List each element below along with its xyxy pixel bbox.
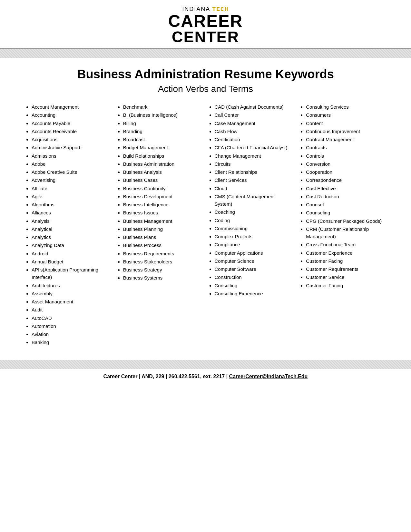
list-item: Audit <box>32 306 111 313</box>
list-item: Coding <box>215 217 294 224</box>
list-item: Consulting Experience <box>215 290 294 297</box>
keyword-column-4: Consulting ServicesConsumersContentConti… <box>300 103 385 347</box>
list-item: Accounting <box>32 111 111 119</box>
footer: Career Center | AND, 229 | 260.422.5561,… <box>0 369 411 384</box>
list-item: Adobe <box>32 160 111 168</box>
list-item: Circuits <box>215 160 294 168</box>
list-item: CMS (Content Management System) <box>215 193 294 208</box>
list-item: Acquisitions <box>32 136 111 143</box>
list-item: Correspondence <box>306 176 385 184</box>
list-item: Budget Management <box>123 144 202 151</box>
footer-text: Career Center | AND, 229 | 260.422.5561,… <box>103 374 308 379</box>
list-item: Computer Software <box>215 265 294 273</box>
list-item: Business Development <box>123 193 202 200</box>
keyword-column-3: CAD (Cash Against Documents)Call CenterC… <box>209 103 294 347</box>
page-header: INDIANA TECH CAREER CENTER <box>0 0 411 49</box>
list-item: Banking <box>32 339 111 346</box>
list-item: Certification <box>215 136 294 143</box>
list-item: Algorithms <box>32 201 111 208</box>
list-item: Customer-Facing <box>306 282 385 289</box>
list-item: CAD (Cash Against Documents) <box>215 103 294 111</box>
list-item: Analysis <box>32 217 111 225</box>
list-item: Cost Effective <box>306 185 385 192</box>
list-item: Computer Science <box>215 257 294 265</box>
keyword-column-1: Account ManagementAccountingAccounts Pay… <box>26 103 111 347</box>
list-item: Business Strategy <box>123 266 202 273</box>
list-item: Billing <box>123 120 202 127</box>
list-item: CFA (Chartered Financial Analyst) <box>215 144 294 151</box>
list-item: Architectures <box>32 282 111 289</box>
list-item: Commissioning <box>215 225 294 232</box>
list-item: Compliance <box>215 241 294 248</box>
keyword-column-2: BenchmarkBI (Business Intelligence)Billi… <box>117 103 202 347</box>
list-item: Customer Service <box>306 273 385 281</box>
list-item: Business Management <box>123 217 202 225</box>
list-item: Cross-Functional Team <box>306 241 385 248</box>
list-item: Complex Projects <box>215 233 294 240</box>
list-item: Benchmark <box>123 103 202 111</box>
career-label: CAREER <box>0 13 411 29</box>
list-item: API's(Application Programming Interface) <box>32 266 111 281</box>
page-title: Business Administration Resume Keywords <box>19 67 392 81</box>
list-item: BI (Business Intelligence) <box>123 111 202 119</box>
list-item: Customer Facing <box>306 257 385 265</box>
list-item: Counsel <box>306 201 385 208</box>
list-item: Construction <box>215 273 294 281</box>
list-item: Cooperation <box>306 168 385 176</box>
list-item: AutoCAD <box>32 314 111 322</box>
center-label: CENTER <box>0 29 411 45</box>
list-item: Customer Requirements <box>306 265 385 273</box>
list-item: Business Intelligence <box>123 201 202 208</box>
list-item: Branding <box>123 128 202 135</box>
list-item: Business Systems <box>123 274 202 281</box>
list-item: Business Planning <box>123 225 202 233</box>
list-item: Analyzing Data <box>32 241 111 249</box>
list-item: Business Process <box>123 241 202 249</box>
list-item: Contracts <box>306 144 385 151</box>
list-item: Administrative Support <box>32 144 111 151</box>
list-item: Contract Management <box>306 136 385 143</box>
list-item: Case Management <box>215 120 294 127</box>
keywords-grid: Account ManagementAccountingAccounts Pay… <box>19 103 392 347</box>
list-item: Counseling <box>306 209 385 216</box>
list-item: Advertising <box>32 176 111 184</box>
list-item: Consulting Services <box>306 103 385 111</box>
list-item: Business Continuity <box>123 185 202 192</box>
list-item: Admissions <box>32 152 111 160</box>
list-item: Client Services <box>215 176 294 184</box>
list-item: Business Cases <box>123 176 202 184</box>
list-item: Aviation <box>32 330 111 338</box>
footer-email-link[interactable]: CareerCenter@IndianaTech.Edu <box>229 374 308 379</box>
list-item: Cost Reduction <box>306 193 385 200</box>
indiana-text: INDIANA <box>182 6 210 12</box>
section-subtitle: Action Verbs and Terms <box>19 84 392 94</box>
list-item: Build Relationships <box>123 152 202 160</box>
list-item: Broadcast <box>123 136 202 143</box>
list-item: Cash Flow <box>215 128 294 135</box>
list-item: Asset Management <box>32 298 111 305</box>
list-item: Coaching <box>215 208 294 216</box>
list-item: Change Management <box>215 152 294 160</box>
deco-band-top <box>0 49 411 58</box>
list-item: Call Center <box>215 111 294 119</box>
list-item: Account Management <box>32 103 111 111</box>
list-item: Conversion <box>306 160 385 168</box>
list-item: Business Stakeholders <box>123 258 202 265</box>
list-item: Android <box>32 250 111 257</box>
list-item: Assembly <box>32 290 111 297</box>
list-item: Business Analysis <box>123 168 202 176</box>
main-content: Business Administration Resume Keywords … <box>0 58 411 353</box>
deco-band-bottom <box>0 360 411 369</box>
list-item: Content <box>306 120 385 127</box>
list-item: Automation <box>32 322 111 330</box>
list-item: Consulting <box>215 282 294 289</box>
list-item: Annual Budget <box>32 258 111 265</box>
list-item: Accounts Payable <box>32 120 111 127</box>
list-item: Cloud <box>215 185 294 192</box>
list-item: Affiliate <box>32 185 111 192</box>
list-item: Client Relationships <box>215 168 294 176</box>
list-item: CPG (Consumer Packaged Goods) <box>306 217 385 225</box>
list-item: Adobe Creative Suite <box>32 168 111 176</box>
list-item: Consumers <box>306 111 385 119</box>
list-item: CRM (Customer Relationship Management) <box>306 225 385 241</box>
